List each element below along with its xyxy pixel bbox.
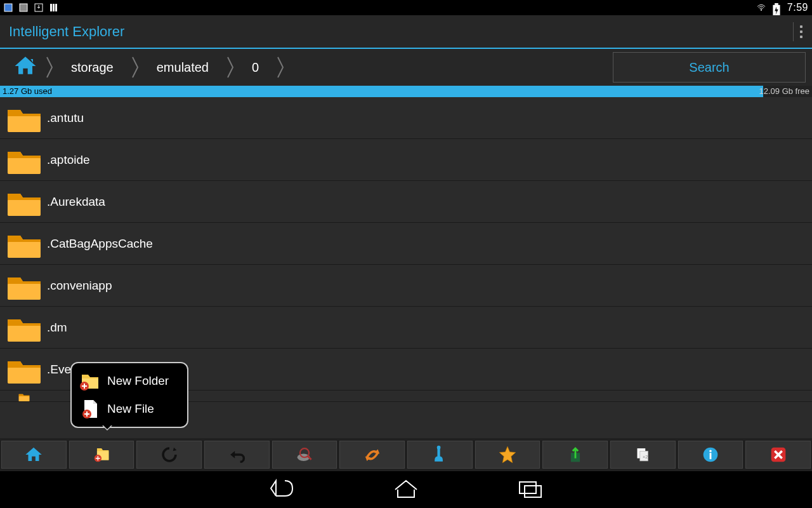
popup-label: New Folder (107, 374, 169, 388)
svg-rect-15 (8, 368, 41, 384)
storage-used-label: 1.27 Gb used (3, 86, 52, 97)
nav-recent-button[interactable] (516, 477, 545, 502)
tool-undo-button[interactable] (204, 441, 270, 469)
svg-rect-34 (525, 486, 541, 497)
svg-rect-9 (8, 116, 41, 132)
battery-charging-icon (772, 3, 781, 12)
file-row[interactable]: .Aurekdata (0, 181, 812, 223)
overflow-menu-button[interactable] (793, 22, 803, 41)
breadcrumb-storage[interactable]: storage (60, 60, 125, 75)
svg-rect-5 (55, 4, 57, 11)
breadcrumb-emulated[interactable]: emulated (145, 60, 220, 75)
svg-rect-8 (775, 3, 778, 5)
tool-sync-button[interactable] (339, 441, 405, 469)
notif-icon-4 (49, 3, 58, 12)
nav-back-button[interactable] (267, 477, 296, 502)
folder-icon (5, 312, 43, 344)
svg-rect-33 (520, 482, 536, 493)
svg-rect-10 (8, 158, 41, 174)
folder-icon (5, 102, 43, 134)
status-clock: 7:59 (787, 2, 808, 13)
tool-close-button[interactable] (745, 441, 811, 469)
svg-point-6 (761, 9, 762, 10)
nav-home-button[interactable] (391, 477, 421, 502)
svg-rect-16 (19, 396, 30, 401)
storage-usage-bar: 1.27 Gb used 12.09 Gb free (0, 86, 812, 97)
file-name: .Eve (47, 363, 71, 377)
svg-rect-4 (53, 4, 55, 11)
breadcrumb-bar: storage emulated 0 Search (0, 49, 812, 86)
file-row[interactable]: .aptoide (0, 139, 812, 181)
svg-rect-3 (50, 4, 52, 11)
file-name: .aptoide (47, 153, 90, 167)
tool-info-button[interactable] (678, 441, 743, 469)
bottom-toolbar: ×2 (0, 438, 812, 471)
notif-icon-2 (19, 3, 28, 12)
download-icon (34, 3, 43, 12)
tool-new-button[interactable] (69, 441, 134, 469)
search-button[interactable]: Search (613, 52, 806, 83)
file-name: .antutu (47, 111, 84, 125)
breadcrumb-sep-icon (129, 55, 141, 80)
file-row[interactable]: .dm (0, 307, 812, 349)
file-list[interactable]: .antutu .aptoide .Aurekdata .CatBagAppsC… (0, 97, 812, 438)
tool-select-button[interactable] (407, 441, 473, 469)
app-title-bar: Intelligent Explorer (0, 15, 812, 49)
android-nav-bar (0, 471, 812, 508)
popup-new-folder[interactable]: New Folder (74, 367, 185, 395)
tool-search-drive-button[interactable] (272, 441, 337, 469)
app-title: Intelligent Explorer (9, 23, 124, 40)
tool-copy-button[interactable]: ×2 (610, 441, 676, 469)
svg-point-30 (709, 450, 712, 453)
svg-rect-0 (4, 4, 12, 11)
folder-icon (5, 392, 43, 402)
breadcrumb-sep-icon (274, 55, 287, 80)
file-name: .Aurekdata (47, 195, 105, 209)
file-row[interactable]: .conveniapp (0, 265, 812, 307)
new-file-icon (78, 398, 101, 420)
folder-icon (5, 270, 43, 302)
svg-point-24 (437, 446, 441, 450)
search-label: Search (689, 60, 729, 75)
breadcrumb-0[interactable]: 0 (240, 60, 270, 75)
breadcrumb-sep-icon (224, 55, 237, 80)
notif-icon-1 (4, 3, 13, 12)
new-folder-icon (78, 370, 101, 392)
folder-icon (5, 144, 43, 176)
wifi-icon (757, 3, 766, 12)
breadcrumb-home-button[interactable] (11, 52, 39, 83)
file-name: .conveniapp (47, 279, 112, 293)
file-name: .CatBagAppsCache (47, 237, 153, 251)
storage-free-label: 12.09 Gb free (759, 86, 810, 97)
popup-new-file[interactable]: New File (74, 395, 185, 423)
tool-favorite-button[interactable] (475, 441, 540, 469)
svg-rect-11 (8, 200, 41, 216)
svg-rect-14 (8, 326, 41, 342)
tool-home-button[interactable] (1, 441, 67, 469)
folder-icon (5, 354, 43, 385)
folder-icon (5, 186, 43, 218)
svg-rect-1 (20, 4, 27, 11)
popup-label: New File (107, 402, 154, 416)
svg-rect-31 (710, 453, 712, 459)
svg-rect-13 (8, 284, 41, 300)
file-row[interactable]: .CatBagAppsCache (0, 223, 812, 265)
svg-text:×2: ×2 (643, 455, 648, 460)
file-name: .dm (47, 321, 67, 335)
tool-refresh-button[interactable] (136, 441, 202, 469)
svg-rect-12 (8, 242, 41, 258)
breadcrumb-sep-icon (43, 55, 56, 80)
new-item-popup: New Folder New File (70, 362, 188, 428)
file-row[interactable]: .antutu (0, 97, 812, 139)
tool-upload-button[interactable] (542, 441, 608, 469)
folder-icon (5, 228, 43, 260)
android-status-bar: 7:59 (0, 0, 812, 15)
